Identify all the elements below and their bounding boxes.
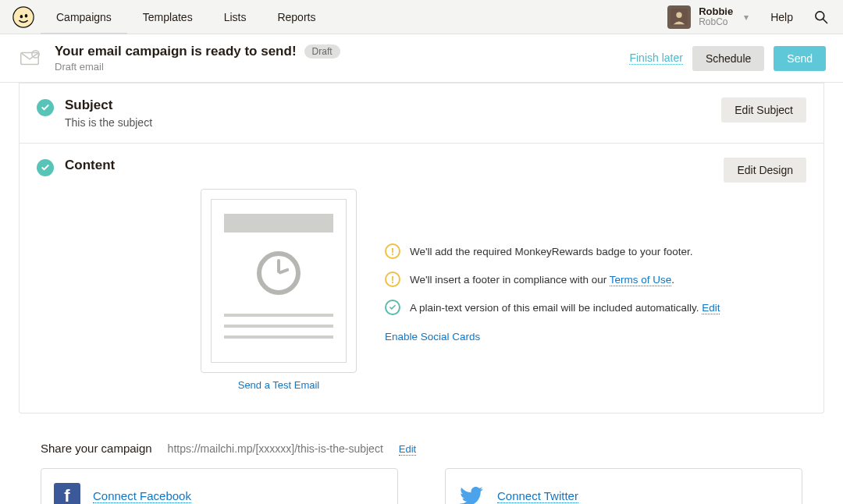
mailchimp-icon	[12, 6, 34, 28]
user-name: Robbie	[699, 6, 733, 17]
share-url: https://mailchi.mp/[xxxxxx]/this-is-the-…	[168, 442, 383, 455]
edit-subject-button[interactable]: Edit Subject	[721, 98, 806, 122]
subject-value: This is the subject	[65, 116, 710, 129]
nav-campaigns[interactable]: Campaigns	[41, 0, 127, 34]
subject-body: Subject This is the subject	[65, 98, 710, 129]
clock-icon	[257, 251, 301, 295]
check-icon	[37, 159, 54, 176]
notice-monkeyrewards: ! We'll add the required MonkeyRewards b…	[385, 243, 720, 259]
svg-line-6	[823, 19, 827, 23]
notice-text: We'll add the required MonkeyRewards bad…	[410, 246, 693, 257]
campaign-title-block: Your email campaign is ready to send! Dr…	[55, 44, 340, 73]
campaign-header: Your email campaign is ready to send! Dr…	[0, 34, 843, 83]
connect-twitter-card[interactable]: Connect Twitter	[445, 468, 802, 504]
subject-title: Subject	[65, 98, 710, 113]
svg-point-1	[20, 14, 23, 17]
page-title: Your email campaign is ready to send!	[55, 44, 297, 59]
share-url-edit-link[interactable]: Edit	[399, 443, 416, 456]
content-row: Send a Test Email ! We'll add the requir…	[37, 189, 806, 391]
warning-icon: !	[385, 243, 400, 259]
warning-icon: !	[385, 272, 400, 287]
mail-icon	[17, 47, 42, 70]
terms-of-use-link[interactable]: Terms of Use	[610, 274, 672, 286]
user-org: RobCo	[699, 17, 733, 27]
connect-twitter-label: Connect Twitter	[497, 489, 578, 503]
help-link[interactable]: Help	[758, 11, 806, 23]
search-button[interactable]	[806, 9, 837, 25]
logo-mailchimp[interactable]	[6, 6, 41, 28]
campaign-panel: Subject This is the subject Edit Subject…	[19, 83, 824, 413]
content-title: Content	[65, 158, 713, 173]
check-circle-icon	[385, 300, 400, 315]
user-text: Robbie RobCo	[699, 6, 733, 27]
schedule-button[interactable]: Schedule	[692, 46, 764, 71]
subject-section: Subject This is the subject Edit Subject	[20, 83, 823, 143]
content-notices: ! We'll add the required MonkeyRewards b…	[385, 189, 720, 343]
user-menu[interactable]: Robbie RobCo ▾	[661, 5, 758, 29]
campaign-subtitle: Draft email	[55, 61, 340, 73]
svg-point-2	[25, 14, 28, 17]
notice-footer: ! We'll insert a footer in compliance wi…	[385, 272, 720, 287]
svg-point-4	[676, 12, 681, 17]
notice-text: We'll insert a footer in compliance with…	[410, 274, 674, 286]
connect-facebook-label: Connect Facebook	[93, 489, 191, 503]
chevron-down-icon: ▾	[741, 12, 752, 23]
finish-later-link[interactable]: Finish later	[629, 51, 682, 65]
nav-lists[interactable]: Lists	[208, 0, 262, 34]
send-test-email-link[interactable]: Send a Test Email	[238, 379, 320, 391]
top-navigation: Campaigns Templates Lists Reports Robbie…	[0, 0, 843, 34]
enable-social-cards-link[interactable]: Enable Social Cards	[385, 331, 720, 343]
share-section: Share your campaign https://mailchi.mp/[…	[19, 442, 824, 504]
email-preview: Send a Test Email	[201, 189, 357, 391]
twitter-icon	[458, 483, 485, 504]
main: Subject This is the subject Edit Subject…	[0, 83, 843, 504]
share-heading: Share your campaign	[41, 442, 152, 455]
facebook-icon: f	[54, 483, 80, 504]
edit-design-button[interactable]: Edit Design	[724, 158, 806, 183]
header-actions: Finish later Schedule Send	[629, 46, 826, 71]
edit-plaintext-link[interactable]: Edit	[702, 302, 720, 314]
status-badge: Draft	[304, 44, 340, 59]
preview-thumbnail[interactable]	[201, 189, 357, 373]
nav-links: Campaigns Templates Lists Reports	[41, 0, 331, 34]
content-section: Content Edit Design	[20, 143, 823, 413]
svg-point-0	[13, 6, 34, 27]
connect-facebook-card[interactable]: f Connect Facebook	[41, 468, 398, 504]
notice-text: A plain-text version of this email will …	[410, 302, 720, 314]
nav-templates[interactable]: Templates	[127, 0, 208, 34]
notice-plaintext: A plain-text version of this email will …	[385, 300, 720, 315]
send-button[interactable]: Send	[774, 46, 826, 71]
search-icon	[813, 9, 829, 25]
nav-reports[interactable]: Reports	[261, 0, 331, 34]
avatar	[667, 5, 691, 29]
check-icon	[37, 99, 54, 116]
